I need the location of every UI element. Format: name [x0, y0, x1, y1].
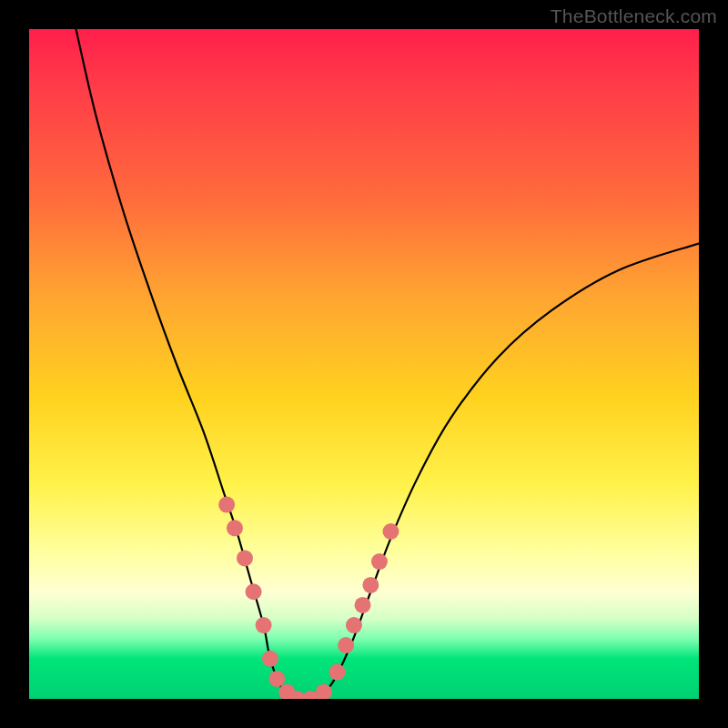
- highlight-dot: [227, 520, 243, 536]
- highlight-dot: [338, 637, 354, 653]
- highlight-dot: [246, 583, 262, 600]
- highlight-dot: [355, 597, 371, 613]
- highlight-dot: [329, 664, 346, 681]
- highlight-dot: [218, 497, 235, 513]
- watermark-text: TheBottleneck.com: [551, 5, 717, 27]
- highlight-dot: [362, 577, 379, 593]
- highlight-dot: [316, 684, 332, 699]
- highlight-dot: [256, 617, 272, 633]
- highlight-dots: [218, 497, 399, 699]
- bottleneck-curve: [76, 29, 699, 699]
- highlight-dot: [302, 691, 318, 699]
- plot-area: [29, 29, 699, 699]
- highlight-dot: [268, 671, 285, 687]
- curve-layer: [29, 29, 699, 699]
- chart-frame: TheBottleneck.com: [0, 0, 728, 728]
- highlight-dot: [371, 553, 388, 570]
- highlight-dot: [382, 523, 399, 540]
- highlight-dot: [346, 617, 362, 633]
- highlight-dot: [278, 684, 295, 699]
- highlight-dot: [237, 550, 253, 566]
- highlight-dot: [262, 651, 278, 667]
- highlight-dot: [288, 691, 305, 699]
